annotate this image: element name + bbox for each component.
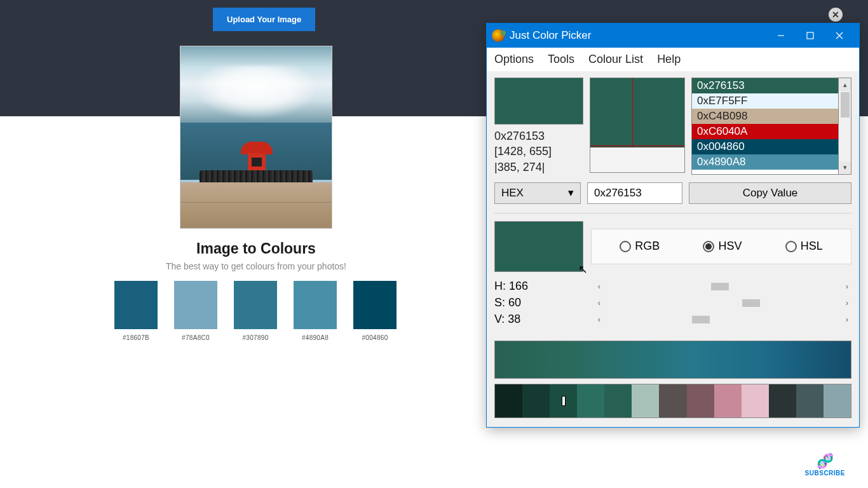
color-model-group: RGB HSV HSL	[591, 229, 851, 264]
menu-help[interactable]: Help	[657, 53, 681, 66]
color-list-item[interactable]: 0x276153	[692, 78, 838, 93]
v-decrease[interactable]: ‹	[595, 315, 604, 324]
sample-swatch: ↖	[494, 221, 583, 272]
maximize-button[interactable]	[796, 24, 825, 48]
page-subtitle: The best way to get colours from your ph…	[0, 261, 512, 271]
s-increase[interactable]: ›	[843, 298, 851, 308]
menu-colour-list[interactable]: Colour List	[588, 53, 643, 66]
shade-cell[interactable]	[659, 384, 686, 417]
shade-cell[interactable]	[824, 384, 851, 417]
app-icon	[492, 29, 505, 42]
shade-cell[interactable]	[796, 384, 824, 417]
shade-row[interactable]	[494, 384, 851, 418]
magnifier	[590, 78, 685, 173]
close-button[interactable]	[825, 24, 854, 48]
swatch-label: #18607B	[123, 334, 149, 341]
shade-cell[interactable]	[577, 384, 604, 417]
radio-hsl[interactable]: HSL	[785, 240, 823, 253]
color-picker-window: Just Color Picker Options Tools Colour L…	[486, 23, 860, 428]
svg-rect-1	[807, 32, 813, 39]
shade-cell[interactable]	[632, 384, 659, 417]
shade-cell[interactable]	[769, 384, 796, 417]
shade-cell[interactable]	[550, 384, 577, 417]
scroll-down-icon[interactable]: ▾	[839, 161, 851, 174]
shade-cell[interactable]	[742, 384, 769, 417]
close-icon[interactable]: ✕	[829, 8, 843, 22]
palette-swatch[interactable]: #78A8C0	[174, 281, 217, 341]
s-decrease[interactable]: ‹	[595, 298, 604, 308]
v-slider[interactable]	[604, 313, 843, 326]
radio-hsv[interactable]: HSV	[703, 240, 742, 253]
color-list-item[interactable]: 0x4890A8	[692, 154, 838, 170]
palette-swatch[interactable]: #004860	[353, 281, 397, 341]
hex-readout: 0x276153	[494, 128, 583, 144]
color-list-item[interactable]: 0xC4B098	[692, 109, 838, 124]
format-select[interactable]: HEX ▾	[494, 182, 581, 204]
v-increase[interactable]: ›	[843, 315, 851, 324]
current-color-swatch	[494, 78, 583, 125]
swatch-label: #004860	[362, 334, 388, 341]
shade-cell[interactable]	[522, 384, 550, 417]
palette-swatch[interactable]: #307890	[234, 281, 277, 341]
window-title: Just Color Picker	[510, 29, 766, 42]
swatch-label: #307890	[242, 334, 268, 341]
subscribe-label: SUBSCRIBE	[805, 470, 845, 477]
format-value: HEX	[501, 187, 524, 200]
uploaded-image	[180, 46, 332, 229]
color-list-item[interactable]: 0x004860	[692, 139, 838, 154]
hsv-sliders: H: 166 ‹ › S: 60 ‹ › V: 38 ‹ ›	[494, 278, 851, 328]
h-increase[interactable]: ›	[843, 281, 851, 291]
h-decrease[interactable]: ‹	[595, 281, 604, 291]
swatch-label: #4890A8	[302, 334, 329, 341]
h-label: H: 166	[494, 280, 595, 293]
v-label: V: 38	[494, 313, 595, 326]
titlebar[interactable]: Just Color Picker	[487, 24, 859, 48]
menu-tools[interactable]: Tools	[548, 53, 574, 66]
extracted-palette: #18607B#78A8C0#307890#4890A8#004860	[114, 281, 397, 341]
shade-cell[interactable]	[604, 384, 632, 417]
copy-value-button[interactable]: Copy Value	[689, 182, 851, 204]
color-info: 0x276153 [1428, 655] |385, 274|	[494, 128, 583, 175]
gradient-bar[interactable]	[494, 341, 851, 379]
page-heading: Image to Colours The best way to get col…	[0, 240, 512, 271]
scroll-thumb[interactable]	[841, 92, 850, 118]
screen-coords: [1428, 655]	[494, 144, 583, 159]
subscribe-badge[interactable]: 🧬 SUBSCRIBE	[805, 453, 845, 477]
palette-swatch[interactable]: #18607B	[114, 281, 158, 341]
s-label: S: 60	[494, 296, 595, 309]
h-slider[interactable]	[604, 280, 843, 293]
shade-cell[interactable]	[495, 384, 522, 417]
color-list-scrollbar[interactable]: ▴ ▾	[839, 78, 851, 175]
color-list[interactable]: 0x2761530xE7F5FF0xC4B0980xC6040A0x004860…	[691, 78, 839, 175]
shade-cell[interactable]	[714, 384, 742, 417]
chevron-down-icon: ▾	[568, 186, 574, 200]
shade-cell[interactable]	[687, 384, 714, 417]
radio-rgb[interactable]: RGB	[620, 240, 660, 253]
color-list-item[interactable]: 0xE7F5FF	[692, 93, 838, 109]
color-value-input[interactable]	[587, 182, 682, 204]
menu-options[interactable]: Options	[494, 53, 534, 66]
cursor-icon: ↖	[578, 262, 588, 276]
dna-icon: 🧬	[805, 453, 845, 470]
scroll-up-icon[interactable]: ▴	[839, 78, 851, 91]
upload-button[interactable]: Upload Your Image	[213, 8, 315, 31]
palette-swatch[interactable]: #4890A8	[294, 281, 337, 341]
menubar: Options Tools Colour List Help	[487, 48, 859, 71]
color-list-item[interactable]: 0xC6040A	[692, 124, 838, 139]
minimize-button[interactable]	[766, 24, 796, 48]
page-title: Image to Colours	[0, 240, 512, 257]
swatch-label: #78A8C0	[182, 334, 210, 341]
s-slider[interactable]	[604, 297, 843, 309]
local-coords: |385, 274|	[494, 159, 583, 175]
